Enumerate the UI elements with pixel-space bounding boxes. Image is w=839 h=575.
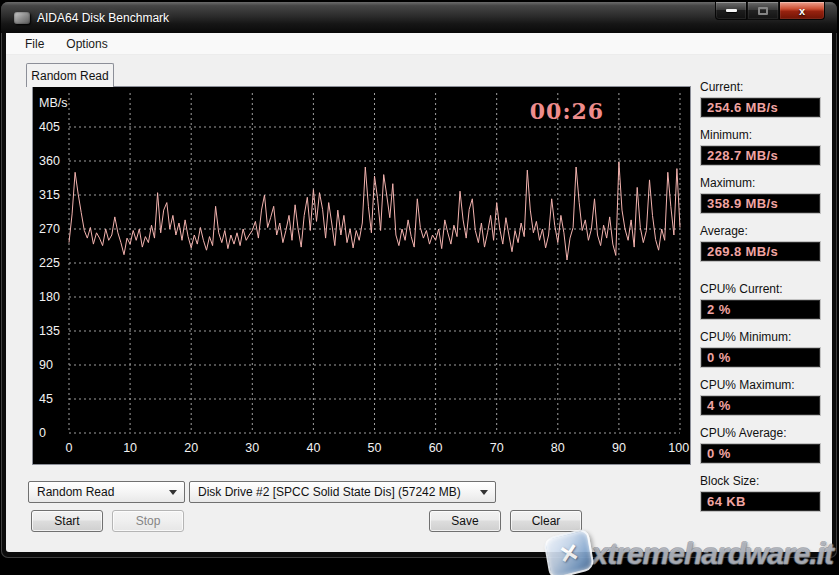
stat-label: Minimum: [700, 128, 821, 142]
stat-value: 254.6 MB/s [700, 97, 821, 118]
stat-label: CPU% Minimum: [700, 330, 821, 344]
stat-average: Average: 269.8 MB/s [700, 224, 821, 262]
stat-label: CPU% Maximum: [700, 378, 821, 392]
stats-panel: Current: 254.6 MB/s Minimum: 228.7 MB/s … [700, 80, 821, 522]
svg-text:70: 70 [490, 441, 504, 455]
chart-canvas: MB/s405360315270225180135904500102030405… [33, 87, 690, 464]
stat-cpu-maximum: CPU% Maximum: 4 % [700, 378, 821, 416]
svg-text:50: 50 [368, 441, 382, 455]
stat-maximum: Maximum: 358.9 MB/s [700, 176, 821, 214]
svg-text:40: 40 [306, 441, 320, 455]
minimize-button[interactable] [715, 2, 747, 20]
svg-text:0: 0 [39, 426, 46, 440]
svg-text:135: 135 [39, 324, 60, 338]
stat-current: Current: 254.6 MB/s [700, 80, 821, 118]
stat-label: Maximum: [700, 176, 821, 190]
content-area: Random Read MB/s405360315270225180135904… [6, 55, 832, 551]
svg-text:45: 45 [39, 392, 53, 406]
stat-label: Current: [700, 80, 821, 94]
svg-text:MB/s: MB/s [39, 96, 67, 110]
close-icon: x [799, 5, 805, 17]
menu-file[interactable]: File [16, 34, 53, 54]
svg-text:90: 90 [612, 441, 626, 455]
stat-cpu-average: CPU% Average: 0 % [700, 426, 821, 464]
app-icon [14, 12, 30, 24]
menu-bar: File Options [6, 33, 832, 55]
close-button[interactable]: x [779, 2, 825, 20]
window-title: AIDA64 Disk Benchmark [37, 11, 169, 25]
clear-button[interactable]: Clear [510, 510, 582, 532]
drive-select[interactable]: Disk Drive #2 [SPCC Solid State Dis] (57… [189, 481, 496, 503]
stat-block-size: Block Size: 64 KB [700, 474, 821, 512]
title-bar[interactable]: AIDA64 Disk Benchmark [1, 2, 837, 33]
stat-minimum: Minimum: 228.7 MB/s [700, 128, 821, 166]
benchmark-type-select[interactable]: Random Read [28, 481, 185, 503]
stat-label: CPU% Average: [700, 426, 821, 440]
svg-text:0: 0 [66, 441, 73, 455]
stat-value: 0 % [700, 443, 821, 464]
svg-text:225: 225 [39, 256, 60, 270]
svg-text:100 %: 100 % [668, 441, 690, 455]
stat-value: 2 % [700, 299, 821, 320]
start-button[interactable]: Start [31, 510, 103, 532]
stop-button[interactable]: Stop [112, 510, 184, 532]
svg-text:20: 20 [184, 441, 198, 455]
stat-cpu-minimum: CPU% Minimum: 0 % [700, 330, 821, 368]
stat-label: Average: [700, 224, 821, 238]
svg-text:405: 405 [39, 120, 60, 134]
tab-random-read[interactable]: Random Read [26, 63, 114, 87]
svg-text:90: 90 [39, 358, 53, 372]
stat-value: 4 % [700, 395, 821, 416]
maximize-icon [758, 7, 768, 15]
svg-text:360: 360 [39, 154, 60, 168]
svg-text:315: 315 [39, 188, 60, 202]
save-button[interactable]: Save [429, 510, 501, 532]
stat-label: Block Size: [700, 474, 821, 488]
stat-label: CPU% Current: [700, 282, 821, 296]
stat-value: 358.9 MB/s [700, 193, 821, 214]
stat-value: 0 % [700, 347, 821, 368]
drive-select-value: Disk Drive #2 [SPCC Solid State Dis] (57… [198, 485, 461, 499]
app-window: AIDA64 Disk Benchmark x File Options Ran… [1, 2, 837, 558]
stat-value: 64 KB [700, 491, 821, 512]
svg-text:270: 270 [39, 222, 60, 236]
menu-options[interactable]: Options [57, 34, 116, 54]
chevron-down-icon [480, 490, 488, 495]
benchmark-chart: MB/s405360315270225180135904500102030405… [32, 86, 691, 465]
stat-value: 228.7 MB/s [700, 145, 821, 166]
svg-text:80: 80 [551, 441, 565, 455]
svg-text:180: 180 [39, 290, 60, 304]
svg-text:00:26: 00:26 [530, 98, 604, 124]
maximize-button[interactable] [747, 2, 779, 20]
chevron-down-icon [169, 490, 177, 495]
svg-text:30: 30 [245, 441, 259, 455]
window-controls: x [715, 2, 825, 20]
stat-cpu-current: CPU% Current: 2 % [700, 282, 821, 320]
stat-value: 269.8 MB/s [700, 241, 821, 262]
benchmark-type-value: Random Read [37, 485, 114, 499]
svg-text:60: 60 [429, 441, 443, 455]
minimize-icon [726, 9, 737, 12]
client-area: File Options Random Read MB/s40536031527… [6, 33, 832, 552]
svg-text:10: 10 [123, 441, 137, 455]
